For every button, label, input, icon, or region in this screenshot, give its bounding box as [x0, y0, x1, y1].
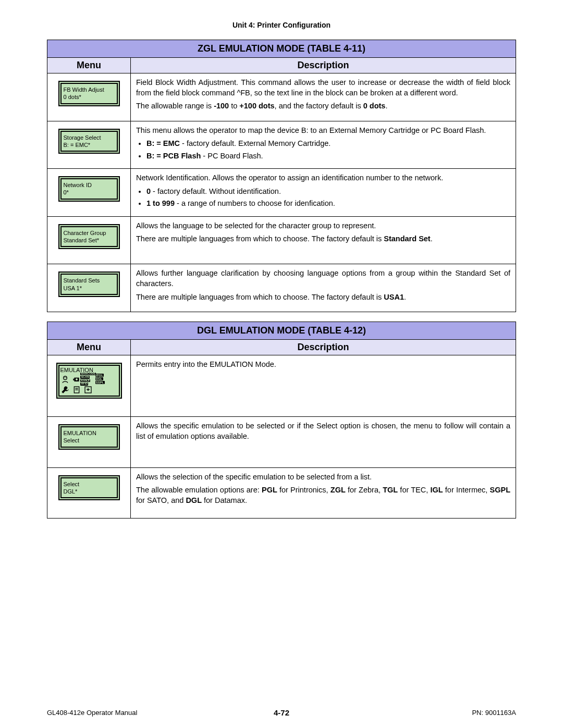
svg-point-1	[64, 377, 65, 378]
unit-header: Unit 4: Printer Configuration	[47, 21, 516, 29]
barcode-tags-icon: BARCODESCANKANJIRFID	[83, 375, 93, 384]
lcd-line1: EMULATION	[64, 429, 115, 437]
menu-lcd: Storage Select B: = EMC*	[58, 129, 120, 154]
menu-cell: Select DGL*	[47, 467, 131, 519]
table-row: Standard Sets USA 1* Allows further lang…	[47, 264, 516, 312]
lcd-line2: Select	[64, 437, 115, 444]
lcd-line1: FB Width Adjust	[64, 86, 115, 93]
lcd-line2: USA 1*	[64, 285, 115, 292]
menu-cell: EMULATION BARCODESCANKANJIRFID IPGLDGLSS…	[47, 355, 131, 416]
description-cell: Permits entry into the EMULATION Mode.	[131, 355, 516, 416]
description-cell: This menu allows the operator to map the…	[131, 121, 516, 169]
head-icon	[60, 375, 70, 384]
col-menu-header-2: Menu	[47, 339, 131, 355]
menu-lcd: Network ID 0*	[58, 176, 120, 202]
menu-cell: Storage Select B: = EMC*	[47, 121, 131, 169]
wrench-icon	[60, 385, 70, 394]
blank-slot-1	[107, 375, 116, 384]
menu-cell: Character Group Standard Set*	[47, 216, 131, 264]
blank-slot-2	[95, 385, 105, 394]
svg-point-4	[76, 378, 78, 380]
menu-cell: FB Width Adjust 0 dots*	[47, 73, 131, 121]
description-cell: Allows the language to be selected for t…	[131, 216, 516, 264]
footer-page-number: 4-72	[274, 708, 289, 717]
lcd-line2: B: = EMC*	[64, 141, 115, 149]
menu-lcd: FB Width Adjust 0 dots*	[58, 81, 120, 106]
menu-lcd-emulation: EMULATION BARCODESCANKANJIRFID IPGLDGLSS…	[56, 363, 122, 399]
svg-point-0	[63, 376, 67, 380]
table-row: Storage Select B: = EMC* This menu allow…	[47, 121, 516, 169]
description-cell: Allows further language clarification by…	[131, 264, 516, 312]
description-cell: Field Block Width Adjustment. This comma…	[131, 73, 516, 121]
lcd-line2: 0*	[64, 189, 115, 196]
table-row: EMULATION BARCODESCANKANJIRFID IPGLDGLSS…	[47, 355, 516, 416]
down-arrow-icon	[83, 385, 93, 394]
lang-tags-icon: IPGLDGLSSPL	[95, 375, 105, 384]
table-row: FB Width Adjust 0 dots* Field Block Widt…	[47, 73, 516, 121]
lcd-line2: Standard Set*	[64, 237, 115, 244]
camera-icon	[72, 375, 81, 384]
footer-right: PN: 9001163A	[472, 709, 516, 717]
table2-title: DGL EMULATION MODE (TABLE 4-12)	[47, 322, 516, 339]
dgl-emulation-table: DGL EMULATION MODE (TABLE 4-12) Menu Des…	[47, 322, 516, 519]
lcd-line1: Select	[64, 480, 115, 488]
col-menu-header: Menu	[47, 58, 131, 73]
svg-point-2	[65, 377, 66, 378]
menu-lcd: EMULATION Select	[58, 424, 120, 450]
table-row: EMULATION Select Allows the specific emu…	[47, 416, 516, 467]
col-desc-header-2: Description	[131, 339, 516, 355]
table-row: Network ID 0* Network Identification. Al…	[47, 169, 516, 217]
document-icon	[72, 385, 81, 394]
svg-rect-5	[73, 379, 74, 380]
menu-cell: EMULATION Select	[47, 416, 131, 467]
page-footer: GL408-412e Operator Manual 4-72 PN: 9001…	[47, 709, 516, 717]
zgl-emulation-table: ZGL EMULATION MODE (TABLE 4-11) Menu Des…	[47, 40, 516, 312]
menu-lcd: Standard Sets USA 1*	[58, 272, 120, 297]
lcd-line1: Network ID	[64, 181, 115, 189]
description-cell: Network Identification. Allows the opera…	[131, 169, 516, 217]
menu-cell: Standard Sets USA 1*	[47, 264, 131, 312]
lcd-line1: Character Group	[64, 229, 115, 237]
table1-title: ZGL EMULATION MODE (TABLE 4-11)	[47, 40, 516, 58]
description-cell: Allows the specific emulation to be sele…	[131, 416, 516, 467]
menu-cell: Network ID 0*	[47, 169, 131, 217]
lcd-line2: 0 dots*	[64, 93, 115, 101]
description-cell: Allows the selection of the specific emu…	[131, 467, 516, 519]
blank-slot-3	[107, 385, 116, 394]
footer-left: GL408-412e Operator Manual	[47, 709, 137, 717]
table-row: Character Group Standard Set* Allows the…	[47, 216, 516, 264]
table-row: Select DGL* Allows the selection of the …	[47, 467, 516, 519]
menu-lcd: Character Group Standard Set*	[58, 224, 120, 250]
lcd-line1: Standard Sets	[64, 277, 115, 284]
col-desc-header: Description	[131, 58, 516, 73]
menu-lcd: Select DGL*	[58, 475, 120, 501]
lcd-line1: Storage Select	[64, 134, 115, 141]
lcd-line2: DGL*	[64, 488, 115, 495]
